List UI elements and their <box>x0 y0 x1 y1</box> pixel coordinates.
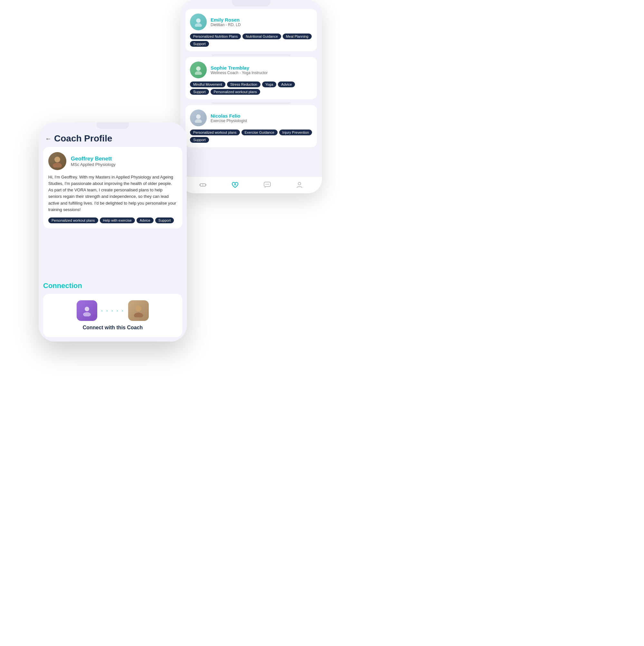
avatar-emily <box>190 13 207 30</box>
sophie-tags: Mindful Movement Stress Reduction Yoga A… <box>190 82 312 95</box>
sophie-title: Wellness Coach - Yoga Instructor <box>211 71 268 75</box>
svg-point-15 <box>268 184 269 185</box>
geoffrey-tag-0: Personalized workout plans <box>48 217 98 223</box>
avatar-sophie <box>190 62 207 78</box>
connection-card: · · · · · Connect with this Coach <box>43 294 182 337</box>
connection-dots: · · · · · <box>101 307 124 314</box>
chat-nav-icon[interactable] <box>262 180 272 190</box>
nicolas-tag-2: Injury Prevention <box>279 129 312 135</box>
svg-point-4 <box>196 114 201 119</box>
fitness-nav-icon[interactable] <box>198 180 208 190</box>
svg-point-22 <box>134 313 143 317</box>
connection-avatars: · · · · · <box>77 300 149 321</box>
nicolas-tag-3: Support <box>190 137 209 143</box>
profile-header: ← Coach Profile <box>39 129 187 147</box>
nicolas-name: Nicolas Felio <box>211 113 247 119</box>
connection-title: Connection <box>43 282 182 290</box>
svg-point-17 <box>54 156 60 163</box>
emily-tag-1: Nutritional Guidance <box>243 33 281 39</box>
sophie-tag-1: Stress Reduction <box>227 82 260 87</box>
nicolas-tag-1: Exercise Guidance <box>242 129 278 135</box>
divider-1 <box>212 55 291 56</box>
nicolas-title: Exercise Physiologist <box>211 119 247 123</box>
profile-title: Coach Profile <box>54 133 112 144</box>
coach-card-nicolas[interactable]: Nicolas Felio Exercise Physiologist Pers… <box>185 105 317 147</box>
svg-point-3 <box>195 71 202 75</box>
sophie-tag-2: Yoga <box>262 82 277 87</box>
coach-card-sophie[interactable]: Sophie Tremblay Wellness Coach - Yoga In… <box>185 57 317 99</box>
svg-point-1 <box>195 23 202 27</box>
coaches-list: Emily Rosen Dietitian - RD, LD Personali… <box>180 6 322 176</box>
user-avatar-left <box>77 300 97 321</box>
emily-title: Dietitian - RD, LD <box>211 22 241 27</box>
sophie-tag-5: Personalized workout plans <box>211 89 260 95</box>
svg-point-18 <box>53 163 62 168</box>
emily-tag-0: Personalized Nutrition Plans <box>190 33 241 39</box>
divider-2 <box>212 102 291 104</box>
svg-point-19 <box>85 307 89 311</box>
health-nav-icon[interactable] <box>230 180 240 190</box>
geoffrey-tag-1: Help with exercise <box>100 217 135 223</box>
svg-point-16 <box>298 182 301 185</box>
bio-card: Geoffrey Benett MSc Applied Physiology H… <box>43 147 182 228</box>
svg-point-13 <box>266 184 267 185</box>
back-phone: Emily Rosen Dietitian - RD, LD Personali… <box>180 0 322 193</box>
svg-point-0 <box>196 18 201 23</box>
profile-content: Geoffrey Benett MSc Applied Physiology H… <box>39 147 187 278</box>
sophie-tag-3: Advice <box>278 82 295 87</box>
front-phone: ← Coach Profile Geoffrey Ben <box>39 122 187 341</box>
nicolas-tags: Personalized workout plans Exercise Guid… <box>190 129 312 143</box>
geoffrey-tag-2: Advice <box>137 217 154 223</box>
avatar-nicolas <box>190 110 207 126</box>
coach-avatar-right <box>128 300 149 321</box>
svg-point-2 <box>196 66 201 71</box>
connect-label: Connect with this Coach <box>83 325 143 331</box>
sophie-tag-4: Support <box>190 89 209 95</box>
svg-point-5 <box>195 119 202 123</box>
sophie-name: Sophie Tremblay <box>211 65 268 71</box>
geoffrey-tags: Personalized workout plans Help with exe… <box>48 217 177 223</box>
svg-point-14 <box>267 184 268 185</box>
geoffrey-tag-3: Support <box>155 217 174 223</box>
bio-text: Hi, I'm Geoffrey. With my Masters in App… <box>48 174 177 213</box>
sophie-tag-0: Mindful Movement <box>190 82 225 87</box>
back-arrow-icon[interactable]: ← <box>45 135 51 142</box>
phone-notch <box>232 0 270 6</box>
svg-point-21 <box>136 306 141 312</box>
profile-screen: ← Coach Profile Geoffrey Ben <box>39 129 187 341</box>
avatar-geoffrey <box>48 152 66 170</box>
bottom-nav <box>180 176 322 193</box>
emily-tags: Personalized Nutrition Plans Nutritional… <box>190 33 312 47</box>
coach-card-emily[interactable]: Emily Rosen Dietitian - RD, LD Personali… <box>185 9 317 51</box>
front-phone-notch <box>97 122 129 129</box>
geoffrey-name: Geoffrey Benett <box>71 155 116 162</box>
emily-name: Emily Rosen <box>211 17 241 22</box>
geoffrey-credential: MSc Applied Physiology <box>71 162 116 167</box>
profile-nav-icon[interactable] <box>294 180 304 190</box>
svg-point-20 <box>83 312 91 316</box>
nicolas-tag-0: Personalized workout plans <box>190 129 240 135</box>
emily-tag-2: Meal Planning <box>283 33 312 39</box>
connection-section: Connection · · · · · <box>39 278 187 341</box>
emily-tag-3: Support <box>190 41 209 47</box>
